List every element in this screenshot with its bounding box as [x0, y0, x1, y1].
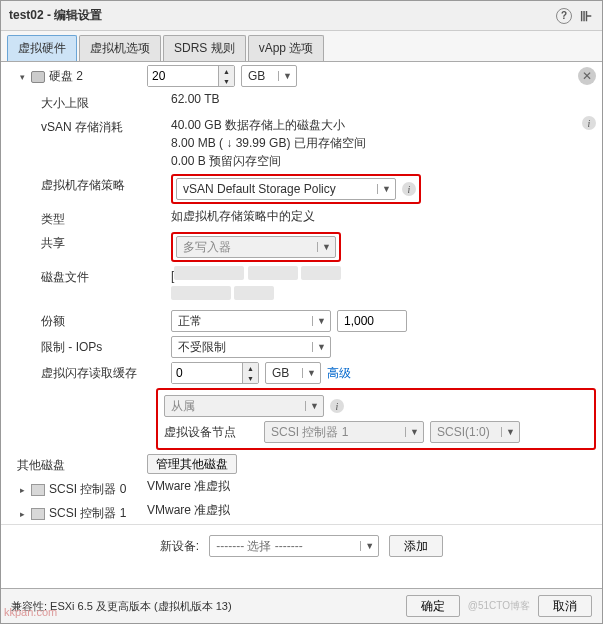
disk-file-label: 磁盘文件: [41, 269, 89, 286]
max-size-label: 大小上限: [41, 95, 89, 112]
flash-cache-label: 虚拟闪存读取缓存: [41, 365, 137, 382]
vsan-line-3: 0.00 B 预留闪存空间: [171, 152, 366, 170]
flash-cache-unit-select[interactable]: GB ▼: [265, 362, 321, 384]
chevron-down-icon: ▼: [305, 401, 319, 411]
redacted-text: [234, 286, 274, 300]
redacted-text: [174, 266, 244, 280]
sharing-select[interactable]: 多写入器 ▼: [176, 236, 336, 258]
storage-policy-select[interactable]: vSAN Default Storage Policy ▼: [176, 178, 396, 200]
chevron-down-icon: ▼: [501, 427, 515, 437]
type-value: 如虚拟机存储策略中的定义: [171, 208, 315, 225]
scsi-controller-select[interactable]: SCSI 控制器 1 ▼: [264, 421, 424, 443]
flash-cache-input[interactable]: [172, 363, 242, 383]
scsi-id-select[interactable]: SCSI(1:0) ▼: [430, 421, 520, 443]
chevron-down-icon: ▼: [312, 342, 326, 352]
chevron-down-icon: ▼: [405, 427, 419, 437]
cancel-button[interactable]: 取消: [538, 595, 592, 617]
disk-mode-select[interactable]: 从属 ▼: [164, 395, 324, 417]
limit-iops-label: 限制 - IOPs: [41, 339, 102, 356]
device-node-label: 虚拟设备节点: [164, 424, 236, 441]
flash-advanced-link[interactable]: 高级: [327, 365, 351, 382]
spinner-up-icon[interactable]: ▲: [243, 363, 258, 373]
limit-iops-value: 不受限制: [178, 339, 226, 356]
chevron-down-icon: ▼: [312, 316, 326, 326]
spinner-down-icon[interactable]: ▼: [243, 373, 258, 383]
redacted-text: [171, 286, 231, 300]
watermark-author: @51CTO博客: [468, 599, 530, 613]
disk-size-input[interactable]: [148, 66, 218, 86]
disk-size-unit-select[interactable]: GB ▼: [241, 65, 297, 87]
remove-disk-button[interactable]: ✕: [578, 67, 596, 85]
scsi0-label: SCSI 控制器 0: [49, 481, 126, 498]
scsi-controller-value: SCSI 控制器 1: [271, 424, 348, 441]
info-icon[interactable]: i: [582, 116, 596, 130]
settings-content: ▾ 硬盘 2 ▲▼ GB ▼ ✕ 大小上限 62.00 TB vSAN 存: [1, 62, 602, 588]
flash-cache-spinner[interactable]: ▲▼: [171, 362, 259, 384]
tab-sdrs-rules[interactable]: SDRS 规则: [163, 35, 246, 61]
expand-icon[interactable]: ▸: [17, 485, 27, 495]
help-icon[interactable]: ?: [556, 8, 572, 24]
tab-vm-options[interactable]: 虚拟机选项: [79, 35, 161, 61]
scsi1-label: SCSI 控制器 1: [49, 505, 126, 522]
shares-value: 正常: [178, 313, 202, 330]
hard-disk-label: 硬盘 2: [49, 68, 83, 85]
shares-select[interactable]: 正常 ▼: [171, 310, 331, 332]
shares-label: 份额: [41, 313, 65, 330]
redacted-text: [301, 266, 341, 280]
chevron-down-icon: ▼: [317, 242, 331, 252]
new-device-select[interactable]: ------- 选择 ------- ▼: [209, 535, 379, 557]
tab-bar: 虚拟硬件 虚拟机选项 SDRS 规则 vApp 选项: [1, 31, 602, 62]
dialog-title: test02 - 编辑设置: [9, 7, 102, 24]
new-device-label: 新设备:: [160, 538, 199, 555]
chevron-down-icon: ▼: [302, 368, 316, 378]
watermark-text: kkpan.com: [4, 606, 57, 618]
hard-disk-icon: [31, 71, 45, 83]
disk-size-spinner[interactable]: ▲▼: [147, 65, 235, 87]
limit-iops-select[interactable]: 不受限制 ▼: [171, 336, 331, 358]
storage-policy-label: 虚拟机存储策略: [41, 177, 125, 194]
scsi-controller-icon: [31, 508, 45, 520]
type-label: 类型: [41, 211, 65, 228]
sharing-label: 共享: [41, 235, 65, 252]
redacted-text: [248, 266, 298, 280]
vsan-line-2: 8.00 MB ( ↓ 39.99 GB) 已用存储空间: [171, 134, 366, 152]
chevron-down-icon: ▼: [377, 184, 391, 194]
scsi-id-value: SCSI(1:0): [437, 425, 490, 439]
info-icon[interactable]: i: [330, 399, 344, 413]
spinner-down-icon[interactable]: ▼: [219, 76, 234, 86]
vsan-line-1: 40.00 GB 数据存储上的磁盘大小: [171, 116, 366, 134]
vsan-usage-label: vSAN 存储消耗: [41, 119, 123, 136]
info-icon[interactable]: i: [402, 182, 416, 196]
tab-vapp-options[interactable]: vApp 选项: [248, 35, 325, 61]
shares-number-input[interactable]: [337, 310, 407, 332]
chevron-down-icon: ▼: [360, 541, 374, 551]
flash-cache-unit-value: GB: [272, 366, 289, 380]
new-device-placeholder: ------- 选择 -------: [216, 538, 303, 555]
new-device-row: 新设备: ------- 选择 ------- ▼ 添加: [1, 524, 602, 567]
manage-other-disk-button[interactable]: 管理其他磁盘: [147, 454, 237, 474]
chevron-down-icon: ▼: [278, 71, 292, 81]
scsi1-value: VMware 准虚拟: [147, 502, 230, 519]
expand-icon[interactable]: ▸: [17, 509, 27, 519]
scsi0-value: VMware 准虚拟: [147, 478, 230, 495]
spinner-up-icon[interactable]: ▲: [219, 66, 234, 76]
collapse-icon[interactable]: ▾: [17, 72, 27, 82]
sharing-value: 多写入器: [183, 239, 231, 256]
max-size-value: 62.00 TB: [171, 92, 219, 106]
disk-mode-value: 从属: [171, 398, 195, 415]
other-disk-label: 其他磁盘: [17, 457, 65, 474]
ok-button[interactable]: 确定: [406, 595, 460, 617]
storage-policy-value: vSAN Default Storage Policy: [183, 182, 336, 196]
add-device-button[interactable]: 添加: [389, 535, 443, 557]
scsi-controller-icon: [31, 484, 45, 496]
pin-icon[interactable]: ⊪: [578, 8, 594, 24]
disk-size-unit-value: GB: [248, 69, 265, 83]
tab-virtual-hardware[interactable]: 虚拟硬件: [7, 35, 77, 61]
